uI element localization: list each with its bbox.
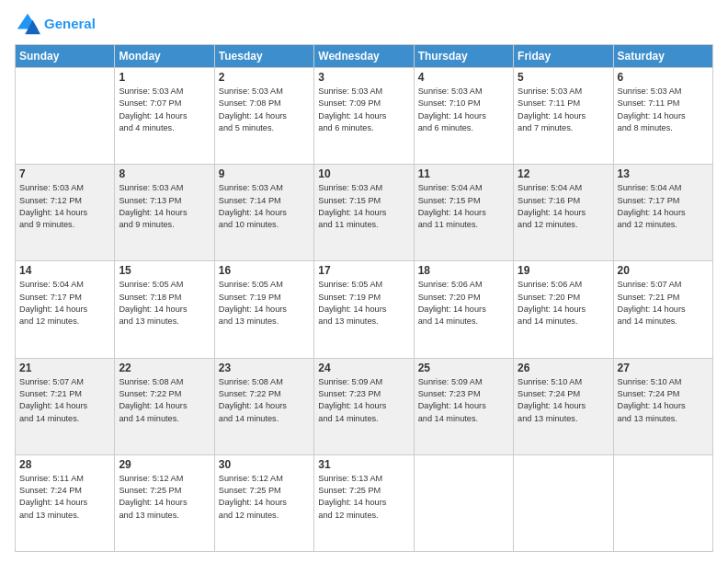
calendar-cell: 20Sunrise: 5:07 AMSunset: 7:21 PMDayligh…	[613, 261, 712, 358]
day-info: Sunrise: 5:03 AMSunset: 7:11 PMDaylight:…	[518, 86, 609, 134]
calendar-cell: 21Sunrise: 5:07 AMSunset: 7:21 PMDayligh…	[16, 358, 115, 454]
day-number: 16	[219, 264, 310, 277]
day-number: 9	[219, 167, 310, 180]
day-info: Sunrise: 5:08 AMSunset: 7:22 PMDaylight:…	[219, 376, 310, 425]
day-number: 19	[518, 264, 609, 277]
day-number: 25	[418, 362, 509, 374]
calendar-cell: 1Sunrise: 5:03 AMSunset: 7:07 PMDaylight…	[115, 68, 214, 165]
day-info: Sunrise: 5:08 AMSunset: 7:22 PMDaylight:…	[119, 376, 210, 425]
day-info: Sunrise: 5:04 AMSunset: 7:15 PMDaylight:…	[418, 182, 509, 231]
day-number: 21	[19, 362, 110, 374]
calendar-cell: 9Sunrise: 5:03 AMSunset: 7:14 PMDaylight…	[214, 165, 313, 261]
day-number: 11	[418, 167, 509, 180]
logo-icon	[15, 11, 40, 37]
day-info: Sunrise: 5:06 AMSunset: 7:20 PMDaylight:…	[418, 279, 509, 327]
day-number: 24	[318, 362, 409, 374]
day-number: 5	[518, 71, 609, 84]
calendar-cell: 5Sunrise: 5:03 AMSunset: 7:11 PMDaylight…	[514, 68, 613, 165]
calendar-cell: 6Sunrise: 5:03 AMSunset: 7:11 PMDaylight…	[613, 68, 712, 165]
day-info: Sunrise: 5:05 AMSunset: 7:18 PMDaylight:…	[119, 279, 210, 327]
calendar-cell: 29Sunrise: 5:12 AMSunset: 7:25 PMDayligh…	[115, 454, 214, 551]
calendar-cell: 16Sunrise: 5:05 AMSunset: 7:19 PMDayligh…	[214, 261, 313, 358]
day-info: Sunrise: 5:04 AMSunset: 7:17 PMDaylight:…	[618, 182, 709, 231]
logo: General	[15, 11, 96, 37]
day-number: 18	[418, 264, 509, 277]
day-number: 10	[318, 167, 409, 180]
day-number: 2	[219, 71, 310, 84]
day-info: Sunrise: 5:10 AMSunset: 7:24 PMDaylight:…	[618, 376, 709, 425]
calendar-cell: 23Sunrise: 5:08 AMSunset: 7:22 PMDayligh…	[214, 358, 313, 454]
calendar-cell: 10Sunrise: 5:03 AMSunset: 7:15 PMDayligh…	[314, 165, 414, 261]
day-number: 13	[618, 167, 709, 180]
weekday-header-row: SundayMondayTuesdayWednesdayThursdayFrid…	[16, 45, 713, 68]
day-info: Sunrise: 5:03 AMSunset: 7:15 PMDaylight:…	[318, 182, 409, 231]
calendar-cell: 22Sunrise: 5:08 AMSunset: 7:22 PMDayligh…	[115, 358, 214, 454]
calendar-cell: 11Sunrise: 5:04 AMSunset: 7:15 PMDayligh…	[414, 165, 513, 261]
calendar-table: SundayMondayTuesdayWednesdayThursdayFrid…	[15, 44, 713, 552]
calendar-cell: 30Sunrise: 5:12 AMSunset: 7:25 PMDayligh…	[214, 454, 313, 551]
calendar-cell	[16, 68, 115, 165]
calendar-cell: 3Sunrise: 5:03 AMSunset: 7:09 PMDaylight…	[314, 68, 414, 165]
day-info: Sunrise: 5:03 AMSunset: 7:13 PMDaylight:…	[119, 182, 210, 231]
calendar-cell: 12Sunrise: 5:04 AMSunset: 7:16 PMDayligh…	[514, 165, 613, 261]
calendar-cell: 31Sunrise: 5:13 AMSunset: 7:25 PMDayligh…	[314, 454, 414, 551]
day-number: 6	[618, 71, 709, 84]
calendar-cell: 4Sunrise: 5:03 AMSunset: 7:10 PMDaylight…	[414, 68, 513, 165]
calendar-cell: 19Sunrise: 5:06 AMSunset: 7:20 PMDayligh…	[514, 261, 613, 358]
calendar-cell	[414, 454, 513, 551]
day-number: 23	[219, 362, 310, 374]
day-info: Sunrise: 5:03 AMSunset: 7:08 PMDaylight:…	[219, 86, 310, 134]
day-number: 17	[318, 264, 409, 277]
calendar-cell: 8Sunrise: 5:03 AMSunset: 7:13 PMDaylight…	[115, 165, 214, 261]
weekday-header-sunday: Sunday	[16, 45, 115, 68]
calendar-cell: 2Sunrise: 5:03 AMSunset: 7:08 PMDaylight…	[214, 68, 313, 165]
day-number: 29	[119, 458, 210, 471]
day-number: 4	[418, 71, 509, 84]
calendar-cell: 26Sunrise: 5:10 AMSunset: 7:24 PMDayligh…	[514, 358, 613, 454]
day-number: 31	[318, 458, 409, 471]
day-number: 20	[618, 264, 709, 277]
day-info: Sunrise: 5:04 AMSunset: 7:16 PMDaylight:…	[518, 182, 609, 231]
day-number: 1	[119, 71, 210, 84]
day-info: Sunrise: 5:12 AMSunset: 7:25 PMDaylight:…	[219, 473, 310, 522]
calendar-cell: 13Sunrise: 5:04 AMSunset: 7:17 PMDayligh…	[613, 165, 712, 261]
calendar-cell: 25Sunrise: 5:09 AMSunset: 7:23 PMDayligh…	[414, 358, 513, 454]
day-info: Sunrise: 5:10 AMSunset: 7:24 PMDaylight:…	[518, 376, 609, 425]
week-row-2: 7Sunrise: 5:03 AMSunset: 7:12 PMDaylight…	[16, 165, 713, 261]
calendar-cell: 18Sunrise: 5:06 AMSunset: 7:20 PMDayligh…	[414, 261, 513, 358]
week-row-1: 1Sunrise: 5:03 AMSunset: 7:07 PMDaylight…	[16, 68, 713, 165]
day-number: 27	[618, 362, 709, 374]
calendar-cell: 24Sunrise: 5:09 AMSunset: 7:23 PMDayligh…	[314, 358, 414, 454]
weekday-header-tuesday: Tuesday	[214, 45, 313, 68]
calendar-cell: 28Sunrise: 5:11 AMSunset: 7:24 PMDayligh…	[16, 454, 115, 551]
day-info: Sunrise: 5:03 AMSunset: 7:10 PMDaylight:…	[418, 86, 509, 134]
day-info: Sunrise: 5:05 AMSunset: 7:19 PMDaylight:…	[318, 279, 409, 327]
page: General SundayMondayTuesdayWednesdayThur…	[0, 0, 728, 563]
day-info: Sunrise: 5:03 AMSunset: 7:12 PMDaylight:…	[19, 182, 110, 231]
day-info: Sunrise: 5:05 AMSunset: 7:19 PMDaylight:…	[219, 279, 310, 327]
logo-text: General	[44, 17, 96, 32]
weekday-header-monday: Monday	[115, 45, 214, 68]
calendar-cell: 15Sunrise: 5:05 AMSunset: 7:18 PMDayligh…	[115, 261, 214, 358]
day-number: 3	[318, 71, 409, 84]
day-number: 22	[119, 362, 210, 374]
day-number: 28	[19, 458, 110, 471]
day-number: 12	[518, 167, 609, 180]
day-info: Sunrise: 5:07 AMSunset: 7:21 PMDaylight:…	[618, 279, 709, 327]
day-info: Sunrise: 5:12 AMSunset: 7:25 PMDaylight:…	[119, 473, 210, 522]
day-number: 7	[19, 167, 110, 180]
weekday-header-friday: Friday	[514, 45, 613, 68]
day-info: Sunrise: 5:13 AMSunset: 7:25 PMDaylight:…	[318, 473, 409, 522]
day-info: Sunrise: 5:03 AMSunset: 7:11 PMDaylight:…	[618, 86, 709, 134]
day-info: Sunrise: 5:04 AMSunset: 7:17 PMDaylight:…	[19, 279, 110, 327]
day-info: Sunrise: 5:06 AMSunset: 7:20 PMDaylight:…	[518, 279, 609, 327]
day-info: Sunrise: 5:03 AMSunset: 7:07 PMDaylight:…	[119, 86, 210, 134]
header: General	[15, 11, 713, 37]
day-info: Sunrise: 5:09 AMSunset: 7:23 PMDaylight:…	[318, 376, 409, 425]
day-info: Sunrise: 5:09 AMSunset: 7:23 PMDaylight:…	[418, 376, 509, 425]
day-number: 30	[219, 458, 310, 471]
day-number: 15	[119, 264, 210, 277]
day-info: Sunrise: 5:07 AMSunset: 7:21 PMDaylight:…	[19, 376, 110, 425]
day-number: 26	[518, 362, 609, 374]
weekday-header-thursday: Thursday	[414, 45, 513, 68]
